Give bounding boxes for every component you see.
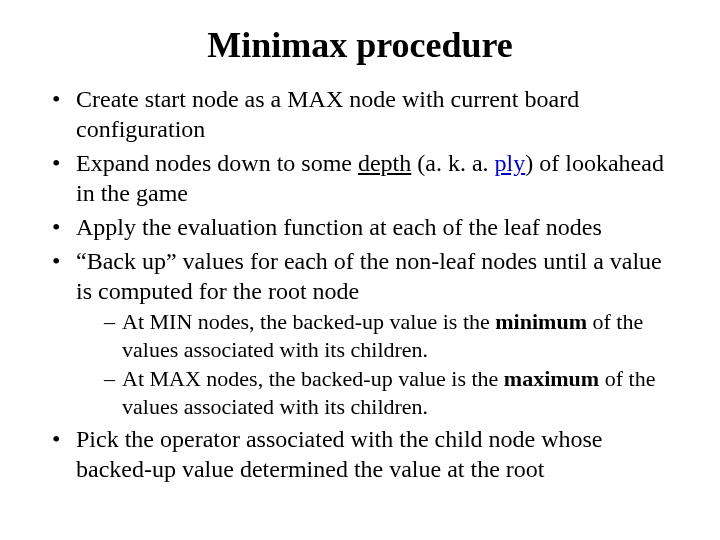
bullet-2-text-a: Expand nodes down to some (76, 150, 358, 176)
sub-bullet-1: At MIN nodes, the backed-up value is the… (104, 308, 668, 363)
bullet-1-text: Create start node as a MAX node with cur… (76, 86, 579, 142)
bullet-5: Pick the operator associated with the ch… (52, 424, 668, 484)
bullet-2: Expand nodes down to some depth (a. k. a… (52, 148, 668, 208)
term-depth: depth (358, 150, 411, 176)
term-maximum: maximum (504, 366, 599, 391)
bullet-1: Create start node as a MAX node with cur… (52, 84, 668, 144)
bullet-4: “Back up” values for each of the non-lea… (52, 246, 668, 420)
bullet-4-text: “Back up” values for each of the non-lea… (76, 248, 662, 304)
bullet-5-text: Pick the operator associated with the ch… (76, 426, 603, 482)
sub-list: At MIN nodes, the backed-up value is the… (76, 308, 668, 420)
bullet-2-text-b: (a. k. a. (411, 150, 494, 176)
link-ply[interactable]: ply (495, 150, 526, 176)
bullet-list: Create start node as a MAX node with cur… (48, 84, 672, 484)
term-minimum: minimum (495, 309, 587, 334)
bullet-3-text: Apply the evaluation function at each of… (76, 214, 602, 240)
sub-2-text-a: At MAX nodes, the backed-up value is the (122, 366, 504, 391)
slide-title: Minimax procedure (48, 24, 672, 66)
sub-1-text-a: At MIN nodes, the backed-up value is the (122, 309, 495, 334)
slide: Minimax procedure Create start node as a… (0, 0, 720, 540)
sub-bullet-2: At MAX nodes, the backed-up value is the… (104, 365, 668, 420)
bullet-3: Apply the evaluation function at each of… (52, 212, 668, 242)
